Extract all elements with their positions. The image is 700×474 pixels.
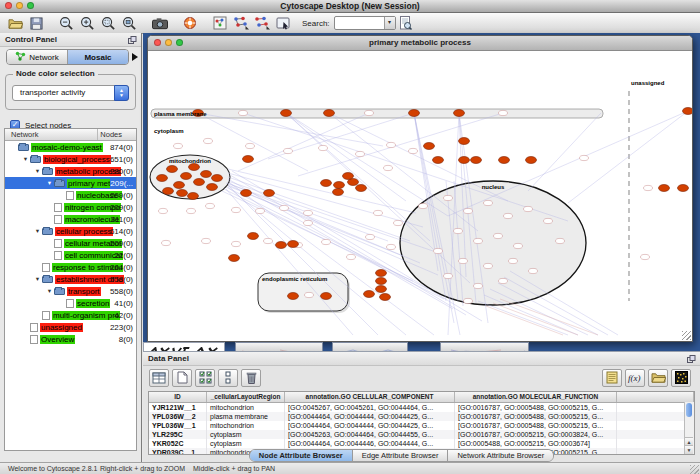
zoom-selected-icon[interactable] [99,15,118,32]
network-overview-icon[interactable] [210,15,229,32]
gene-node[interactable] [187,208,196,213]
selected-gene-node[interactable] [499,157,510,164]
table-cell[interactable]: YKR052C [149,439,207,448]
tree-row[interactable]: ▼metabolic process280(0) [5,165,136,177]
tree-column-network[interactable]: Network [11,130,39,139]
tree-row[interactable]: nitrogen compo209(0) [5,201,136,213]
gene-node[interactable] [246,143,255,148]
table-row[interactable]: YLR295Ccytoplasm[GO:0045263, GO:0044464,… [149,430,694,439]
table-cell[interactable]: [GO:0045267, GO:0045261, GO:0044464, G..… [285,403,455,412]
gene-node[interactable] [232,207,241,212]
edge[interactable] [228,169,416,213]
selected-gene-node[interactable] [207,184,218,191]
table-cell[interactable]: [GO:0044464, GO:0044444, GO:0044425, G..… [285,412,455,421]
gene-node[interactable] [204,138,213,143]
gene-node[interactable] [494,233,503,238]
gene-node[interactable] [509,258,518,263]
scroll-down-icon[interactable]: ▼ [685,445,693,454]
gene-node[interactable] [464,298,473,303]
dropdown-stepper-icon[interactable]: ▲▼ [114,85,129,101]
tree-row[interactable]: unassigned223(0) [5,321,136,333]
selected-gene-node[interactable] [212,175,223,182]
tree-row[interactable]: ▼transport558(0) [5,285,136,297]
edge[interactable] [478,301,568,335]
open-session-icon[interactable] [6,15,25,32]
table-cell[interactable]: YPL036W__1 [149,421,207,430]
selected-gene-node[interactable] [241,190,252,197]
selected-gene-node[interactable] [264,190,275,197]
expand-arrow-icon[interactable]: ▼ [21,156,30,162]
table-cell[interactable]: [GO:0016787, GO:0005215, GO:0003824, G..… [455,430,617,439]
tree-row[interactable]: response to stimulu264(0) [5,261,136,273]
annotation-icon[interactable] [273,15,292,32]
selected-gene-node[interactable] [229,255,240,262]
attribute-editor-icon[interactable] [602,369,622,387]
selected-gene-node[interactable] [288,241,299,248]
tree-column-nodes[interactable]: Nodes [100,130,122,139]
selected-gene-node[interactable] [471,157,482,164]
app-resize-grip[interactable] [690,465,699,474]
attribute-table-icon[interactable] [149,369,169,387]
table-cell[interactable]: [GO:0016787, GO:0005488, GO:0005215, G..… [455,403,617,412]
gene-node[interactable] [544,218,553,223]
selected-gene-node[interactable] [364,291,375,298]
expand-arrow-icon[interactable]: ▼ [45,288,54,294]
table-cell[interactable]: mitochondrion [207,421,285,430]
gene-node[interactable] [347,254,356,259]
expand-arrow-icon[interactable]: ▼ [45,180,54,186]
zoom-fit-icon[interactable] [120,15,139,32]
table-column-header[interactable]: ID [149,392,207,402]
table-cell[interactable]: YJR121W__1 [149,403,207,412]
gene-node[interactable] [644,185,653,190]
selected-gene-node[interactable] [459,138,470,145]
network-window-titlebar[interactable]: primary metabolic process [148,36,692,51]
table-row[interactable]: YPL036W__2plasma membrane[GO:0044464, GO… [149,412,694,421]
edge[interactable] [493,303,578,335]
selected-gene-node[interactable] [167,166,178,173]
unselect-attributes-icon[interactable] [218,369,238,387]
table-row[interactable]: YJR121W__1mitochondrion[GO:0045267, GO:0… [149,403,694,412]
gene-node[interactable] [444,273,453,278]
zoom-out-icon[interactable] [57,15,76,32]
selected-gene-node[interactable] [343,173,354,180]
tab-node-attribute-browser[interactable]: Node Attribute Browser [250,450,353,461]
expand-arrow-icon[interactable]: ▼ [33,168,42,174]
tree-row[interactable]: cell communicat22(0) [5,249,136,261]
selected-gene-node[interactable] [356,185,367,192]
selected-gene-node[interactable] [324,110,335,117]
new-network-selected-edges-icon[interactable] [252,15,271,32]
selected-gene-node[interactable] [201,171,212,178]
attribute-table[interactable]: ID_cellularLayoutRegionannotation.GO CEL… [148,391,695,455]
gene-node[interactable] [464,208,473,213]
zoom-in-icon[interactable] [78,15,97,32]
selected-gene-node[interactable] [659,185,670,192]
gene-node[interactable] [419,203,428,208]
chevron-down-icon[interactable]: ▾ [384,17,395,29]
gene-node[interactable] [280,205,289,210]
gene-node[interactable] [304,220,313,225]
tree-row[interactable]: cellular metabol209(0) [5,237,136,249]
table-cell[interactable]: YPL036W__2 [149,412,207,421]
gene-node[interactable] [304,210,313,215]
selected-gene-node[interactable] [454,110,465,117]
gene-node[interactable] [356,151,365,156]
selected-gene-node[interactable] [334,182,345,189]
selected-gene-node[interactable] [281,110,292,117]
gene-node[interactable] [374,210,383,215]
selected-gene-node[interactable] [276,242,287,249]
attribute-matrix-icon[interactable] [671,369,691,387]
gene-node[interactable] [384,165,393,170]
tree-row[interactable]: ▼establishment of lo558(0) [5,273,136,285]
tree-row[interactable]: multi-organism pro42(0) [5,309,136,321]
gene-node[interactable] [174,143,183,148]
node-color-dropdown[interactable]: transporter activity ▲▼ [12,85,129,101]
gene-node[interactable] [365,110,374,115]
tab-edge-attribute-browser[interactable]: Edge Attribute Browser [353,450,449,461]
table-cell[interactable]: cytoplasm [207,439,285,448]
table-cell[interactable]: plasma membrane [207,412,285,421]
selected-gene-node[interactable] [181,173,192,180]
function-builder-icon[interactable]: f(x) [625,369,645,387]
tab-network-attribute-browser[interactable]: Network Attribute Browser [448,450,553,461]
edge[interactable] [448,111,688,216]
gene-node[interactable] [162,240,171,245]
